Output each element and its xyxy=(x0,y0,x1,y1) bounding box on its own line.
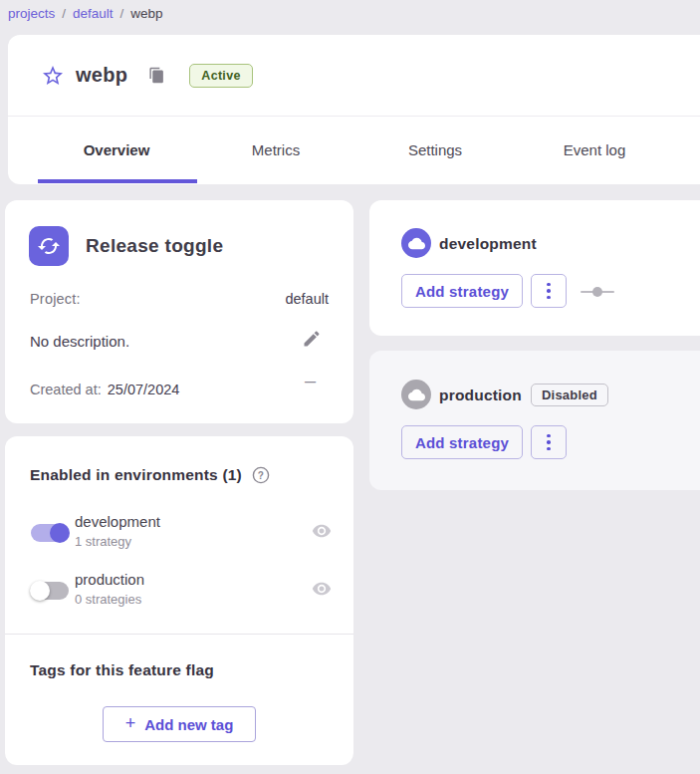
development-environment-panel: development Add strategy xyxy=(369,200,700,336)
feature-details-card: Release toggle Project: default No descr… xyxy=(5,200,353,423)
breadcrumb: projects / default / webp xyxy=(8,1,163,25)
visibility-button[interactable] xyxy=(312,521,332,541)
cloud-environment-icon xyxy=(401,228,431,258)
tab-bar: Overview Metrics Settings Event log xyxy=(8,117,700,183)
environments-title: Enabled in environments (1) xyxy=(30,466,242,484)
toggle-knob xyxy=(50,523,70,543)
environment-panel-name: development xyxy=(439,235,537,253)
feature-type-title: Release toggle xyxy=(86,235,223,257)
environment-row-development: development 1 strategy xyxy=(5,513,353,557)
tab-settings[interactable]: Settings xyxy=(355,117,515,183)
status-badge: Active xyxy=(189,64,252,88)
created-at-row: Created at:25/07/2024 xyxy=(30,382,179,397)
development-toggle[interactable] xyxy=(31,524,69,542)
breadcrumb-current: webp xyxy=(130,6,162,21)
kebab-icon xyxy=(547,434,551,451)
project-label: Project: xyxy=(30,291,81,307)
tab-overview[interactable]: Overview xyxy=(37,117,196,183)
feature-header-card: webp Active Overview Metrics Settings Ev… xyxy=(8,35,700,184)
eye-icon xyxy=(312,579,332,599)
page-title: webp xyxy=(76,64,127,87)
add-new-tag-label: Add new tag xyxy=(144,716,233,733)
visibility-button[interactable] xyxy=(312,579,332,599)
created-at-value: 25/07/2024 xyxy=(108,382,180,397)
production-toggle[interactable] xyxy=(31,582,69,600)
toggle-knob xyxy=(30,581,50,601)
feature-title-row: webp Active xyxy=(8,35,700,117)
pencil-icon xyxy=(302,329,322,349)
kebab-icon xyxy=(547,283,551,300)
add-strategy-button[interactable]: Add strategy xyxy=(401,274,523,308)
copy-icon xyxy=(148,67,165,84)
created-at-label: Created at: xyxy=(30,382,102,397)
environments-card: Enabled in environments (1) ? developmen… xyxy=(5,436,353,765)
eye-icon xyxy=(312,521,332,541)
environment-panel-name: production xyxy=(439,387,522,404)
disabled-badge: Disabled xyxy=(531,384,608,406)
breadcrumb-link-projects[interactable]: projects xyxy=(8,6,55,21)
add-new-tag-button[interactable]: + Add new tag xyxy=(103,706,256,742)
environment-name: production xyxy=(75,571,144,588)
environment-menu-button[interactable] xyxy=(531,425,567,459)
tab-event-log[interactable]: Event log xyxy=(515,117,674,183)
svg-text:?: ? xyxy=(258,470,264,481)
release-toggle-icon xyxy=(29,226,69,266)
production-environment-panel: production Disabled Add strategy xyxy=(369,351,700,490)
strategy-connector-graphic xyxy=(581,286,614,298)
environment-menu-button[interactable] xyxy=(531,274,567,308)
environment-strategy-count: 0 strategies xyxy=(75,592,141,607)
environment-name: development xyxy=(75,513,160,530)
copy-name-button[interactable] xyxy=(148,67,165,84)
tags-section-title: Tags for this feature flag xyxy=(30,661,214,679)
description-text: No description. xyxy=(30,333,129,350)
tab-metrics[interactable]: Metrics xyxy=(196,117,355,183)
environment-strategy-count: 1 strategy xyxy=(75,534,131,549)
breadcrumb-separator: / xyxy=(62,6,66,21)
section-divider xyxy=(5,634,353,635)
project-value: default xyxy=(285,291,329,307)
breadcrumb-link-default[interactable]: default xyxy=(73,6,114,21)
plus-icon: + xyxy=(125,713,136,734)
environment-row-production: production 0 strategies xyxy=(5,571,353,615)
favorite-star-icon[interactable] xyxy=(41,64,65,88)
add-strategy-button[interactable]: Add strategy xyxy=(401,425,523,459)
edit-description-button[interactable] xyxy=(302,329,322,349)
collapse-button[interactable]: – xyxy=(305,370,316,392)
breadcrumb-separator: / xyxy=(120,6,124,21)
help-icon[interactable]: ? xyxy=(252,466,270,484)
cloud-environment-icon xyxy=(401,380,431,409)
